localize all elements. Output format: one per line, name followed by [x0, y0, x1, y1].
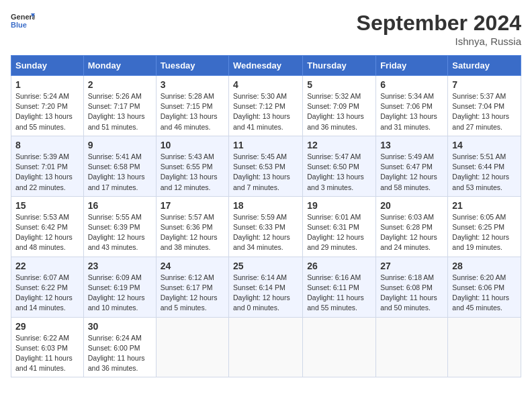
weekday-header: Sunday	[11, 56, 84, 76]
day-number: 12	[307, 140, 371, 150]
day-info: Sunrise: 6:07 AM Sunset: 6:22 PM Dayligh…	[15, 273, 79, 314]
calendar-cell: 21Sunrise: 6:05 AM Sunset: 6:25 PM Dayli…	[448, 196, 521, 257]
day-number: 14	[452, 140, 517, 150]
page-header: General Blue September 2024 Ishnya, Russ…	[11, 11, 521, 47]
day-info: Sunrise: 5:39 AM Sunset: 7:01 PM Dayligh…	[15, 152, 79, 193]
calendar-cell: 19Sunrise: 6:01 AM Sunset: 6:31 PM Dayli…	[303, 196, 376, 257]
day-number: 11	[233, 140, 298, 150]
calendar-cell: 23Sunrise: 6:09 AM Sunset: 6:19 PM Dayli…	[83, 257, 156, 317]
day-number: 23	[88, 261, 152, 271]
month-title: September 2024	[357, 11, 521, 36]
weekday-header: Friday	[376, 56, 448, 76]
calendar-cell: 10Sunrise: 5:43 AM Sunset: 6:55 PM Dayli…	[156, 136, 228, 196]
calendar-week-row: 29Sunrise: 6:22 AM Sunset: 6:03 PM Dayli…	[11, 317, 521, 377]
location: Ishnya, Russia	[357, 36, 521, 47]
day-info: Sunrise: 6:20 AM Sunset: 6:06 PM Dayligh…	[452, 273, 517, 314]
calendar-cell: 8Sunrise: 5:39 AM Sunset: 7:01 PM Daylig…	[11, 136, 84, 196]
weekday-header: Monday	[83, 56, 156, 76]
calendar-cell: 24Sunrise: 6:12 AM Sunset: 6:17 PM Dayli…	[156, 257, 228, 317]
day-number: 17	[161, 200, 224, 211]
calendar-cell: 1Sunrise: 5:24 AM Sunset: 7:20 PM Daylig…	[11, 76, 84, 136]
day-number: 10	[161, 140, 224, 150]
calendar-cell: 20Sunrise: 6:03 AM Sunset: 6:28 PM Dayli…	[376, 196, 448, 257]
day-info: Sunrise: 6:12 AM Sunset: 6:17 PM Dayligh…	[161, 273, 224, 314]
calendar-cell: 3Sunrise: 5:28 AM Sunset: 7:15 PM Daylig…	[156, 76, 228, 136]
day-number: 29	[15, 321, 79, 332]
calendar-cell: 4Sunrise: 5:30 AM Sunset: 7:12 PM Daylig…	[229, 76, 303, 136]
day-info: Sunrise: 5:47 AM Sunset: 6:50 PM Dayligh…	[307, 152, 371, 193]
svg-text:Blue: Blue	[11, 21, 27, 29]
calendar-cell: 26Sunrise: 6:16 AM Sunset: 6:11 PM Dayli…	[303, 257, 376, 317]
day-number: 24	[161, 261, 224, 271]
calendar-cell: 17Sunrise: 5:57 AM Sunset: 6:36 PM Dayli…	[156, 196, 228, 257]
day-number: 16	[88, 200, 152, 211]
day-info: Sunrise: 5:43 AM Sunset: 6:55 PM Dayligh…	[161, 152, 224, 193]
day-number: 28	[452, 261, 517, 271]
calendar-cell: 5Sunrise: 5:32 AM Sunset: 7:09 PM Daylig…	[303, 76, 376, 136]
day-info: Sunrise: 6:16 AM Sunset: 6:11 PM Dayligh…	[307, 273, 371, 314]
day-number: 2	[88, 79, 152, 90]
day-info: Sunrise: 5:51 AM Sunset: 6:44 PM Dayligh…	[452, 152, 517, 193]
weekday-header: Thursday	[303, 56, 376, 76]
day-number: 1	[15, 79, 79, 90]
weekday-header: Saturday	[448, 56, 521, 76]
day-number: 26	[307, 261, 371, 271]
day-number: 8	[15, 140, 79, 150]
day-number: 7	[452, 79, 517, 90]
calendar-week-row: 1Sunrise: 5:24 AM Sunset: 7:20 PM Daylig…	[11, 76, 521, 136]
day-number: 4	[233, 79, 298, 90]
day-info: Sunrise: 5:37 AM Sunset: 7:04 PM Dayligh…	[452, 91, 517, 132]
day-info: Sunrise: 5:59 AM Sunset: 6:33 PM Dayligh…	[233, 212, 298, 253]
calendar-cell: 30Sunrise: 6:24 AM Sunset: 6:00 PM Dayli…	[83, 317, 156, 377]
calendar-week-row: 15Sunrise: 5:53 AM Sunset: 6:42 PM Dayli…	[11, 196, 521, 257]
day-info: Sunrise: 5:49 AM Sunset: 6:47 PM Dayligh…	[380, 152, 443, 193]
day-number: 5	[307, 79, 371, 90]
day-info: Sunrise: 6:03 AM Sunset: 6:28 PM Dayligh…	[380, 212, 443, 253]
calendar-cell	[156, 317, 228, 377]
calendar-cell: 22Sunrise: 6:07 AM Sunset: 6:22 PM Dayli…	[11, 257, 84, 317]
calendar-cell: 15Sunrise: 5:53 AM Sunset: 6:42 PM Dayli…	[11, 196, 84, 257]
day-number: 27	[380, 261, 443, 271]
day-info: Sunrise: 5:24 AM Sunset: 7:20 PM Dayligh…	[15, 91, 79, 132]
day-info: Sunrise: 5:30 AM Sunset: 7:12 PM Dayligh…	[233, 91, 298, 132]
logo: General Blue	[11, 11, 35, 30]
day-info: Sunrise: 6:05 AM Sunset: 6:25 PM Dayligh…	[452, 212, 517, 253]
day-info: Sunrise: 6:18 AM Sunset: 6:08 PM Dayligh…	[380, 273, 443, 314]
day-number: 18	[233, 200, 298, 211]
calendar-week-row: 22Sunrise: 6:07 AM Sunset: 6:22 PM Dayli…	[11, 257, 521, 317]
day-info: Sunrise: 6:14 AM Sunset: 6:14 PM Dayligh…	[233, 273, 298, 314]
day-number: 19	[307, 200, 371, 211]
calendar-week-row: 8Sunrise: 5:39 AM Sunset: 7:01 PM Daylig…	[11, 136, 521, 196]
calendar-cell: 16Sunrise: 5:55 AM Sunset: 6:39 PM Dayli…	[83, 196, 156, 257]
weekday-header: Wednesday	[229, 56, 303, 76]
weekday-header: Tuesday	[156, 56, 228, 76]
calendar-cell: 25Sunrise: 6:14 AM Sunset: 6:14 PM Dayli…	[229, 257, 303, 317]
day-number: 22	[15, 261, 79, 271]
calendar-cell: 6Sunrise: 5:34 AM Sunset: 7:06 PM Daylig…	[376, 76, 448, 136]
calendar-cell: 11Sunrise: 5:45 AM Sunset: 6:53 PM Dayli…	[229, 136, 303, 196]
calendar-cell	[229, 317, 303, 377]
day-info: Sunrise: 5:41 AM Sunset: 6:58 PM Dayligh…	[88, 152, 152, 193]
day-info: Sunrise: 5:55 AM Sunset: 6:39 PM Dayligh…	[88, 212, 152, 253]
calendar-cell: 9Sunrise: 5:41 AM Sunset: 6:58 PM Daylig…	[83, 136, 156, 196]
calendar-cell	[376, 317, 448, 377]
day-info: Sunrise: 5:32 AM Sunset: 7:09 PM Dayligh…	[307, 91, 371, 132]
calendar-cell: 18Sunrise: 5:59 AM Sunset: 6:33 PM Dayli…	[229, 196, 303, 257]
calendar-cell: 7Sunrise: 5:37 AM Sunset: 7:04 PM Daylig…	[448, 76, 521, 136]
logo-icon: General Blue	[11, 11, 35, 30]
day-info: Sunrise: 5:26 AM Sunset: 7:17 PM Dayligh…	[88, 91, 152, 132]
day-number: 3	[161, 79, 224, 90]
calendar-cell: 29Sunrise: 6:22 AM Sunset: 6:03 PM Dayli…	[11, 317, 84, 377]
day-number: 21	[452, 200, 517, 211]
day-number: 30	[88, 321, 152, 332]
calendar-cell: 14Sunrise: 5:51 AM Sunset: 6:44 PM Dayli…	[448, 136, 521, 196]
day-number: 13	[380, 140, 443, 150]
day-info: Sunrise: 6:22 AM Sunset: 6:03 PM Dayligh…	[15, 333, 79, 374]
day-info: Sunrise: 5:34 AM Sunset: 7:06 PM Dayligh…	[380, 91, 443, 132]
day-info: Sunrise: 6:24 AM Sunset: 6:00 PM Dayligh…	[88, 333, 152, 374]
day-info: Sunrise: 5:53 AM Sunset: 6:42 PM Dayligh…	[15, 212, 79, 253]
calendar-cell: 27Sunrise: 6:18 AM Sunset: 6:08 PM Dayli…	[376, 257, 448, 317]
calendar-cell: 28Sunrise: 6:20 AM Sunset: 6:06 PM Dayli…	[448, 257, 521, 317]
weekday-header-row: SundayMondayTuesdayWednesdayThursdayFrid…	[11, 56, 521, 76]
calendar-cell: 12Sunrise: 5:47 AM Sunset: 6:50 PM Dayli…	[303, 136, 376, 196]
